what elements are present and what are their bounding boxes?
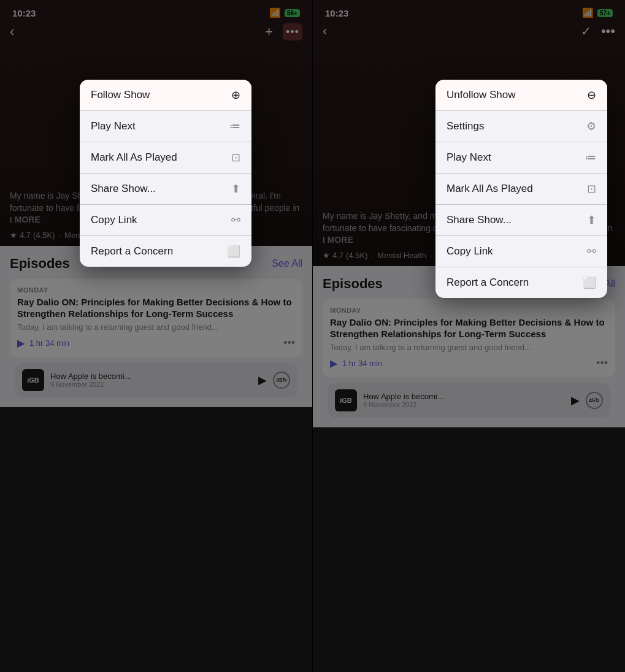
right-share-label: Share Show... (447, 214, 512, 226)
right-play-next-label: Play Next (447, 151, 491, 164)
right-dropdown-menu: Unfollow Show ⊖ Settings ⚙ Play Next ≔ M… (435, 80, 607, 298)
right-mark-played-label: Mark All As Played (447, 183, 533, 195)
right-menu-play-next[interactable]: Play Next ≔ (435, 142, 607, 174)
right-report-icon: ⬜ (583, 276, 596, 289)
right-menu-copy-link[interactable]: Copy Link ⚯ (435, 236, 607, 267)
left-menu-copy-link[interactable]: Copy Link ⚯ (80, 205, 251, 236)
left-share-label: Share Show... (91, 183, 156, 195)
right-play-next-icon: ≔ (585, 151, 596, 164)
left-screen: 10:23 📶 56+ ‹ + ••• Follow Show ⊕ Play N… (0, 0, 312, 672)
left-menu-share[interactable]: Share Show... ⬆ (80, 174, 251, 205)
right-settings-icon: ⚙ (586, 120, 596, 133)
right-menu-report[interactable]: Report a Concern ⬜ (435, 267, 607, 298)
right-menu-settings[interactable]: Settings ⚙ (435, 111, 607, 142)
left-menu-follow-show[interactable]: Follow Show ⊕ (80, 80, 251, 111)
right-unfollow-icon: ⊖ (587, 88, 596, 102)
right-settings-label: Settings (447, 120, 484, 132)
right-menu-unfollow-show[interactable]: Unfollow Show ⊖ (435, 80, 607, 111)
right-screen: 10:23 📶 57+ ‹ ✓ ••• Unfollow Show ⊖ Sett… (313, 0, 625, 672)
left-follow-show-label: Follow Show (91, 89, 150, 101)
left-share-icon: ⬆ (231, 182, 240, 196)
right-menu-share[interactable]: Share Show... ⬆ (435, 205, 607, 236)
left-dropdown-menu: Follow Show ⊕ Play Next ≔ Mark All As Pl… (80, 80, 251, 267)
left-copy-link-label: Copy Link (91, 214, 137, 226)
left-mark-played-label: Mark All As Played (91, 151, 177, 164)
right-mark-played-icon: ⊡ (587, 182, 596, 196)
left-menu-mark-played[interactable]: Mark All As Played ⊡ (80, 142, 251, 174)
left-report-icon: ⬜ (227, 245, 240, 258)
right-share-icon: ⬆ (587, 213, 596, 227)
right-copy-link-label: Copy Link (447, 245, 493, 258)
left-menu-play-next[interactable]: Play Next ≔ (80, 111, 251, 142)
right-report-label: Report a Concern (447, 277, 529, 289)
right-menu-mark-played[interactable]: Mark All As Played ⊡ (435, 174, 607, 205)
left-mark-played-icon: ⊡ (231, 151, 240, 164)
left-play-next-label: Play Next (91, 120, 136, 132)
left-copy-link-icon: ⚯ (231, 213, 240, 227)
left-report-label: Report a Concern (91, 245, 173, 258)
right-copy-link-icon: ⚯ (587, 245, 596, 258)
left-play-next-icon: ≔ (229, 120, 240, 133)
left-menu-report[interactable]: Report a Concern ⬜ (80, 236, 251, 267)
left-follow-icon: ⊕ (231, 88, 240, 102)
right-unfollow-show-label: Unfollow Show (447, 89, 515, 101)
